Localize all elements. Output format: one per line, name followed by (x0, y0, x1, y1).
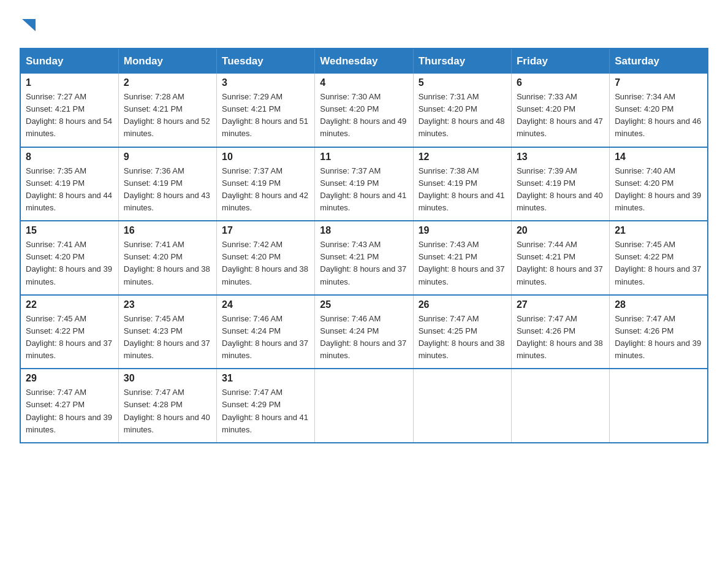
day-number: 4 (320, 77, 408, 88)
page-header (20, 15, 708, 36)
calendar-cell: 17Sunrise: 7:42 AMSunset: 4:20 PMDayligh… (217, 221, 315, 295)
calendar-cell: 5Sunrise: 7:31 AMSunset: 4:20 PMDaylight… (413, 74, 511, 147)
calendar-cell: 20Sunrise: 7:44 AMSunset: 4:21 PMDayligh… (511, 221, 609, 295)
calendar-cell: 25Sunrise: 7:46 AMSunset: 4:24 PMDayligh… (315, 295, 413, 369)
weekday-header-friday: Friday (511, 48, 609, 74)
day-number: 22 (26, 299, 113, 310)
day-info: Sunrise: 7:28 AMSunset: 4:21 PMDaylight:… (124, 91, 211, 140)
day-number: 6 (517, 77, 604, 88)
day-number: 29 (26, 373, 113, 384)
day-number: 26 (419, 299, 506, 310)
calendar-cell: 13Sunrise: 7:39 AMSunset: 4:19 PMDayligh… (511, 147, 609, 221)
calendar-cell: 2Sunrise: 7:28 AMSunset: 4:21 PMDaylight… (118, 74, 216, 147)
day-info: Sunrise: 7:45 AMSunset: 4:22 PMDaylight:… (615, 239, 702, 288)
calendar-cell: 31Sunrise: 7:47 AMSunset: 4:29 PMDayligh… (217, 369, 315, 443)
calendar-cell (413, 369, 511, 443)
day-number: 30 (124, 373, 211, 384)
day-info: Sunrise: 7:46 AMSunset: 4:24 PMDaylight:… (222, 313, 309, 362)
weekday-header-row: SundayMondayTuesdayWednesdayThursdayFrid… (20, 48, 708, 74)
weekday-header-wednesday: Wednesday (315, 48, 413, 74)
day-info: Sunrise: 7:43 AMSunset: 4:21 PMDaylight:… (320, 239, 408, 288)
day-number: 12 (419, 151, 506, 163)
calendar-cell: 7Sunrise: 7:34 AMSunset: 4:20 PMDaylight… (610, 74, 708, 147)
calendar-week-row: 29Sunrise: 7:47 AMSunset: 4:27 PMDayligh… (20, 369, 708, 443)
day-info: Sunrise: 7:27 AMSunset: 4:21 PMDaylight:… (26, 91, 113, 140)
day-number: 19 (419, 225, 506, 236)
day-number: 24 (222, 299, 309, 310)
day-number: 23 (124, 299, 211, 310)
calendar-cell: 11Sunrise: 7:37 AMSunset: 4:19 PMDayligh… (315, 147, 413, 221)
day-info: Sunrise: 7:47 AMSunset: 4:26 PMDaylight:… (615, 313, 702, 362)
day-number: 8 (26, 151, 113, 163)
day-info: Sunrise: 7:37 AMSunset: 4:19 PMDaylight:… (320, 165, 408, 215)
day-info: Sunrise: 7:30 AMSunset: 4:20 PMDaylight:… (320, 91, 408, 140)
calendar-cell: 27Sunrise: 7:47 AMSunset: 4:26 PMDayligh… (511, 295, 609, 369)
calendar-cell: 28Sunrise: 7:47 AMSunset: 4:26 PMDayligh… (610, 295, 708, 369)
calendar-body: 1Sunrise: 7:27 AMSunset: 4:21 PMDaylight… (20, 74, 708, 443)
day-info: Sunrise: 7:47 AMSunset: 4:28 PMDaylight:… (124, 386, 211, 436)
day-number: 17 (222, 225, 309, 236)
day-number: 21 (615, 225, 702, 236)
calendar-week-row: 22Sunrise: 7:45 AMSunset: 4:22 PMDayligh… (20, 295, 708, 369)
calendar-week-row: 8Sunrise: 7:35 AMSunset: 4:19 PMDaylight… (20, 147, 708, 221)
day-number: 5 (419, 77, 506, 88)
calendar-cell: 24Sunrise: 7:46 AMSunset: 4:24 PMDayligh… (217, 295, 315, 369)
calendar-cell: 15Sunrise: 7:41 AMSunset: 4:20 PMDayligh… (20, 221, 118, 295)
day-info: Sunrise: 7:37 AMSunset: 4:19 PMDaylight:… (222, 165, 309, 215)
calendar-cell: 29Sunrise: 7:47 AMSunset: 4:27 PMDayligh… (20, 369, 118, 443)
day-info: Sunrise: 7:31 AMSunset: 4:20 PMDaylight:… (419, 91, 506, 140)
day-info: Sunrise: 7:47 AMSunset: 4:26 PMDaylight:… (517, 313, 604, 362)
day-info: Sunrise: 7:44 AMSunset: 4:21 PMDaylight:… (517, 239, 604, 288)
day-number: 16 (124, 225, 211, 236)
day-number: 25 (320, 299, 408, 310)
calendar-cell: 8Sunrise: 7:35 AMSunset: 4:19 PMDaylight… (20, 147, 118, 221)
calendar-cell: 18Sunrise: 7:43 AMSunset: 4:21 PMDayligh… (315, 221, 413, 295)
calendar-week-row: 1Sunrise: 7:27 AMSunset: 4:21 PMDaylight… (20, 74, 708, 147)
day-number: 13 (517, 151, 604, 163)
day-info: Sunrise: 7:47 AMSunset: 4:27 PMDaylight:… (26, 386, 113, 436)
calendar-cell: 21Sunrise: 7:45 AMSunset: 4:22 PMDayligh… (610, 221, 708, 295)
day-info: Sunrise: 7:34 AMSunset: 4:20 PMDaylight:… (615, 91, 702, 140)
day-info: Sunrise: 7:46 AMSunset: 4:24 PMDaylight:… (320, 313, 408, 362)
calendar-cell: 3Sunrise: 7:29 AMSunset: 4:21 PMDaylight… (217, 74, 315, 147)
day-number: 20 (517, 225, 604, 236)
day-info: Sunrise: 7:39 AMSunset: 4:19 PMDaylight:… (517, 165, 604, 215)
day-number: 10 (222, 151, 309, 163)
day-info: Sunrise: 7:43 AMSunset: 4:21 PMDaylight:… (419, 239, 506, 288)
day-number: 2 (124, 77, 211, 88)
day-info: Sunrise: 7:47 AMSunset: 4:29 PMDaylight:… (222, 386, 309, 436)
calendar-cell: 10Sunrise: 7:37 AMSunset: 4:19 PMDayligh… (217, 147, 315, 221)
calendar-cell: 30Sunrise: 7:47 AMSunset: 4:28 PMDayligh… (118, 369, 216, 443)
day-info: Sunrise: 7:36 AMSunset: 4:19 PMDaylight:… (124, 165, 211, 215)
day-info: Sunrise: 7:40 AMSunset: 4:20 PMDaylight:… (615, 165, 702, 215)
day-info: Sunrise: 7:33 AMSunset: 4:20 PMDaylight:… (517, 91, 604, 140)
day-number: 3 (222, 77, 309, 88)
calendar-cell: 22Sunrise: 7:45 AMSunset: 4:22 PMDayligh… (20, 295, 118, 369)
day-number: 9 (124, 151, 211, 163)
calendar-cell: 23Sunrise: 7:45 AMSunset: 4:23 PMDayligh… (118, 295, 216, 369)
day-number: 15 (26, 225, 113, 236)
svg-marker-0 (22, 19, 36, 31)
calendar-table: SundayMondayTuesdayWednesdayThursdayFrid… (20, 48, 708, 443)
calendar-cell: 26Sunrise: 7:47 AMSunset: 4:25 PMDayligh… (413, 295, 511, 369)
calendar-week-row: 15Sunrise: 7:41 AMSunset: 4:20 PMDayligh… (20, 221, 708, 295)
day-number: 11 (320, 151, 408, 163)
day-info: Sunrise: 7:41 AMSunset: 4:20 PMDaylight:… (26, 239, 113, 288)
calendar-header: SundayMondayTuesdayWednesdayThursdayFrid… (20, 48, 708, 74)
day-info: Sunrise: 7:41 AMSunset: 4:20 PMDaylight:… (124, 239, 211, 288)
day-number: 1 (26, 77, 113, 88)
calendar-cell: 1Sunrise: 7:27 AMSunset: 4:21 PMDaylight… (20, 74, 118, 147)
weekday-header-saturday: Saturday (610, 48, 708, 74)
day-info: Sunrise: 7:45 AMSunset: 4:22 PMDaylight:… (26, 313, 113, 362)
calendar-cell: 9Sunrise: 7:36 AMSunset: 4:19 PMDaylight… (118, 147, 216, 221)
weekday-header-tuesday: Tuesday (217, 48, 315, 74)
weekday-header-monday: Monday (118, 48, 216, 74)
calendar-cell (610, 369, 708, 443)
calendar-cell: 14Sunrise: 7:40 AMSunset: 4:20 PMDayligh… (610, 147, 708, 221)
calendar-cell: 19Sunrise: 7:43 AMSunset: 4:21 PMDayligh… (413, 221, 511, 295)
day-number: 14 (615, 151, 702, 163)
calendar-cell: 12Sunrise: 7:38 AMSunset: 4:19 PMDayligh… (413, 147, 511, 221)
logo-arrow-icon (22, 15, 36, 36)
day-number: 28 (615, 299, 702, 310)
day-number: 7 (615, 77, 702, 88)
